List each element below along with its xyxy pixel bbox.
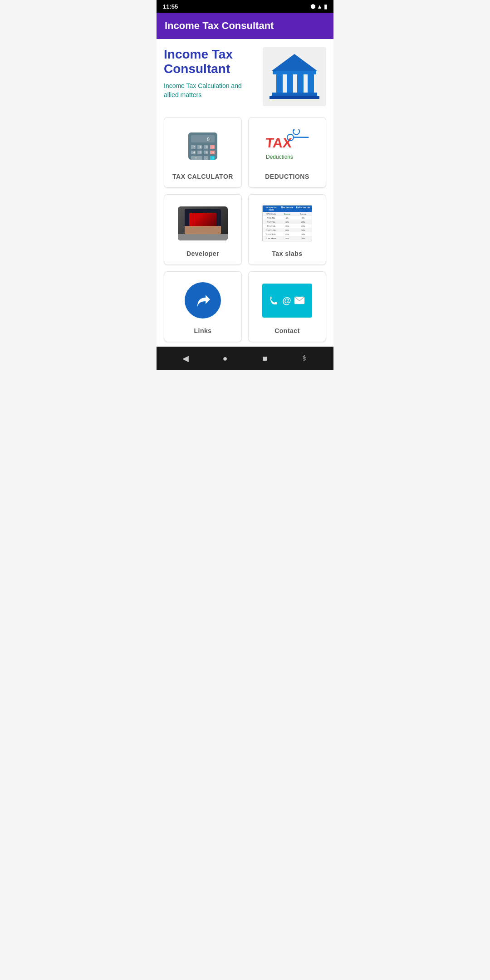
svg-rect-7	[270, 96, 319, 99]
svg-rect-1	[273, 71, 316, 74]
header-subtitle: Income Tax Calculation and allied matter…	[164, 82, 257, 99]
developer-icon	[178, 206, 228, 240]
links-icon	[185, 282, 221, 318]
svg-text:.: .	[206, 156, 208, 159]
calculator-image: 0 7 8 9 ÷ 4	[178, 126, 228, 167]
svg-rect-4	[297, 74, 304, 93]
svg-line-36	[294, 131, 309, 144]
status-bar: 11:55 ⬢ ▴ ▮	[157, 0, 333, 13]
app-title: Income Tax Consultant	[165, 20, 274, 31]
card-links[interactable]: Links	[164, 271, 242, 342]
deductions-icon: TAX Deductions	[262, 129, 312, 163]
svg-rect-9	[191, 135, 215, 142]
bottom-nav: ◀ ● ■ ⚕	[157, 347, 333, 370]
svg-line-37	[289, 129, 302, 131]
svg-marker-0	[272, 54, 317, 71]
building-svg	[267, 52, 322, 102]
deductions-label: DEDUCTIONS	[265, 173, 309, 180]
svg-rect-6	[272, 93, 317, 96]
main-content: Income TaxConsultant Income Tax Calculat…	[157, 39, 333, 347]
cards-grid: 0 7 8 9 ÷ 4	[164, 117, 326, 342]
app-bar: Income Tax Consultant	[157, 13, 333, 39]
svg-rect-2	[276, 74, 283, 93]
svg-text:7: 7	[193, 145, 195, 148]
card-developer[interactable]: Developer	[164, 194, 242, 265]
wifi-icon: ▴	[318, 3, 321, 10]
building-icon	[263, 47, 326, 106]
developer-image	[178, 203, 228, 244]
card-deductions[interactable]: TAX Deductions DEDUCTIONS	[248, 117, 326, 188]
tax-slabs-image: Income tax slabs New tax rate Earlier ta…	[262, 203, 312, 244]
contact-icon: @	[262, 284, 312, 318]
header-text: Income TaxConsultant Income Tax Calculat…	[164, 47, 263, 100]
svg-text:=: =	[195, 156, 197, 159]
svg-text:÷: ÷	[212, 145, 214, 148]
header-section: Income TaxConsultant Income Tax Calculat…	[164, 47, 326, 106]
svg-text:TAX: TAX	[265, 135, 293, 150]
home-button[interactable]: ●	[215, 348, 235, 368]
header-title: Income TaxConsultant	[164, 47, 257, 76]
tax-slabs-icon: Income tax slabs New tax rate Earlier ta…	[262, 205, 312, 241]
calculator-icon: 0 7 8 9 ÷ 4	[185, 128, 221, 164]
svg-text:4: 4	[193, 151, 195, 154]
bluetooth-icon: ⬢	[310, 3, 315, 10]
svg-rect-3	[287, 74, 293, 93]
svg-text:×: ×	[212, 151, 214, 154]
recent-button[interactable]: ■	[255, 348, 275, 368]
svg-text:5: 5	[200, 151, 201, 154]
card-contact[interactable]: @ Contact	[248, 271, 326, 342]
svg-text:9: 9	[206, 145, 208, 148]
links-label: Links	[194, 327, 211, 334]
contact-image: @	[262, 280, 312, 321]
card-tax-slabs[interactable]: Income tax slabs New tax rate Earlier ta…	[248, 194, 326, 265]
deductions-image: TAX Deductions	[262, 126, 312, 167]
tax-slabs-label: Tax slabs	[272, 250, 302, 257]
svg-text:+: +	[212, 156, 214, 159]
links-image	[178, 280, 228, 321]
card-tax-calculator[interactable]: 0 7 8 9 ÷ 4	[164, 117, 242, 188]
svg-text:Deductions: Deductions	[266, 154, 293, 160]
svg-text:8: 8	[200, 145, 201, 148]
developer-label: Developer	[186, 250, 219, 257]
svg-text:0: 0	[207, 137, 210, 142]
svg-rect-5	[308, 74, 314, 93]
svg-text:6: 6	[206, 151, 208, 154]
battery-icon: ▮	[324, 3, 327, 10]
deductions-svg: TAX Deductions	[262, 129, 312, 163]
status-icons: ⬢ ▴ ▮	[310, 3, 327, 10]
tax-calculator-label: TAX CALCULATOR	[172, 173, 233, 180]
back-button[interactable]: ◀	[176, 348, 196, 368]
status-time: 11:55	[163, 3, 178, 10]
accessibility-button[interactable]: ⚕	[294, 348, 314, 368]
contact-label: Contact	[274, 327, 300, 334]
